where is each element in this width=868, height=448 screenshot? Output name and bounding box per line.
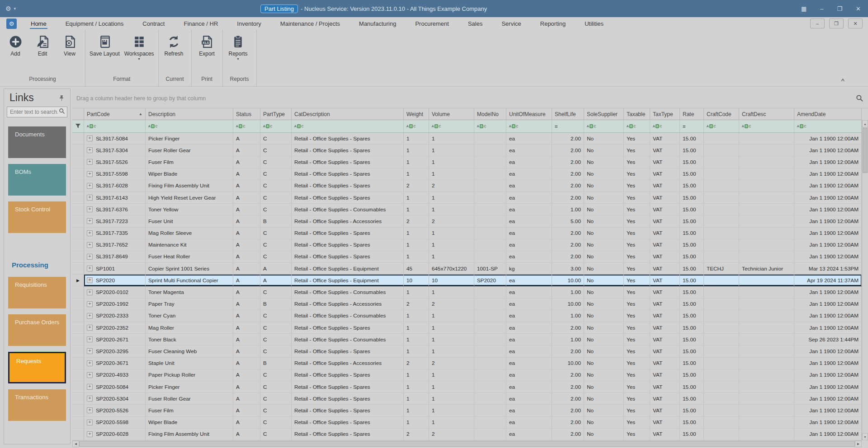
column-header-volume[interactable]: Volume	[429, 108, 474, 120]
column-header-craftcode[interactable]: CraftCode	[704, 108, 739, 120]
table-row[interactable]: +SL3917-7223Fuser UnitABRetail - Office …	[72, 215, 862, 227]
mdi-restore-button[interactable]: ❐	[829, 19, 844, 28]
column-header-catdescription[interactable]: CatDescription	[292, 108, 404, 120]
expand-icon[interactable]: +	[87, 348, 93, 354]
vertical-scrollbar[interactable]: ▲ ▼	[862, 120, 868, 440]
table-row[interactable]: +SL3917-6143High Yield Reset Lever GearA…	[72, 192, 862, 204]
expand-icon[interactable]: +	[87, 254, 93, 260]
expand-icon[interactable]: +	[87, 242, 93, 248]
filter-cell-solesupplier[interactable]: ABC	[584, 120, 624, 132]
column-header-weight[interactable]: Weight	[404, 108, 429, 120]
sidebar-item-boms[interactable]: BOMs	[8, 164, 66, 196]
table-row[interactable]: ▶+SP2020Sprint Multi Functional CopierAA…	[72, 275, 862, 286]
reports-button[interactable]: Reports▾	[225, 33, 252, 60]
mdi-minimize-button[interactable]: –	[810, 19, 825, 28]
expand-icon[interactable]: +	[87, 230, 93, 236]
table-row[interactable]: +SP2020-5304Fuser Roller GearACRetail - …	[72, 393, 862, 405]
table-row[interactable]: +SP2020-5526Fuser FilmACRetail - Office …	[72, 405, 862, 416]
table-row[interactable]: +SP2020-1992Paper TrayABRetail - Office …	[72, 299, 862, 310]
tab-utilities[interactable]: Utilities	[575, 17, 613, 30]
minimize-button[interactable]: –	[820, 5, 823, 12]
filter-cell-taxtype[interactable]: ABC	[650, 120, 680, 132]
expand-icon[interactable]: +	[87, 206, 93, 212]
filter-cell-amenddate[interactable]: ABC	[794, 120, 862, 132]
table-row[interactable]: +SL3917-6376Toner YellowACRetail - Offic…	[72, 204, 862, 215]
table-row[interactable]: +SP2020-0102Toner MagentaACRetail - Offi…	[72, 286, 862, 298]
expand-icon[interactable]: +	[87, 313, 93, 319]
tab-equipment-locations[interactable]: Equipment / Locations	[56, 17, 133, 30]
expand-icon[interactable]: +	[87, 277, 93, 283]
expand-icon[interactable]: +	[87, 183, 93, 189]
vertical-scroll-thumb[interactable]	[863, 128, 868, 173]
table-row[interactable]: +SP2020-2333Toner CyanACRetail - Office …	[72, 310, 862, 322]
table-row[interactable]: +SP2020-2671Toner BlackACRetail - Office…	[72, 334, 862, 345]
column-header-rate[interactable]: Rate	[680, 108, 704, 120]
table-row[interactable]: +SL3917-5526Fuser FilmACRetail - Office …	[72, 156, 862, 168]
column-header-taxtype[interactable]: TaxType	[650, 108, 680, 120]
tab-sales[interactable]: Sales	[458, 17, 492, 30]
filter-cell-parttype[interactable]: ABC	[260, 120, 292, 132]
tab-contract[interactable]: Contract	[133, 17, 174, 30]
table-row[interactable]: +SL3917-7335Mag Roller SleeveACRetail - …	[72, 228, 862, 239]
filter-cell-taxable[interactable]: ABC	[624, 120, 650, 132]
expand-icon[interactable]: +	[87, 195, 93, 201]
tab-manufacturing[interactable]: Manufacturing	[349, 17, 406, 30]
column-header-shelflife[interactable]: ShelfLife	[552, 108, 584, 120]
table-row[interactable]: +SP1001Copier Sprint 1001 SeriesAARetail…	[72, 263, 862, 275]
scroll-down-button[interactable]: ▼	[862, 433, 868, 440]
expand-icon[interactable]: +	[87, 360, 93, 366]
table-row[interactable]: +SL3917-5084Picker FingerACRetail - Offi…	[72, 133, 862, 145]
filter-cell-craftdesc[interactable]: ABC	[739, 120, 794, 132]
column-header-craftdesc[interactable]: CraftDesc	[739, 108, 794, 120]
tab-reporting[interactable]: Reporting	[531, 17, 575, 30]
filter-cell-shelflife[interactable]: =	[552, 120, 584, 132]
expand-icon[interactable]: +	[87, 266, 93, 271]
tab-procurement[interactable]: Procurement	[406, 17, 458, 30]
table-row[interactable]: +SP2020-6028Fixing Film Assembly UnitACR…	[72, 429, 862, 440]
expand-icon[interactable]: +	[87, 384, 93, 390]
export-button[interactable]: XLSExport	[193, 33, 221, 57]
pin-icon[interactable]	[59, 93, 65, 103]
table-row[interactable]: +SP2020-4933Paper Pickup RollerACRetail …	[72, 369, 862, 381]
expand-icon[interactable]: +	[87, 420, 93, 425]
expand-icon[interactable]: +	[87, 159, 93, 165]
scroll-up-button[interactable]: ▲	[862, 120, 868, 127]
scroll-left-button[interactable]: ◀	[72, 441, 79, 447]
filter-cell-rate[interactable]: =	[680, 120, 704, 132]
column-header-taxable[interactable]: Taxable	[624, 108, 650, 120]
horizontal-scrollbar[interactable]: ◀ ▶	[72, 440, 862, 447]
column-header-partcode[interactable]: PartCode▲	[84, 108, 146, 120]
table-row[interactable]: +SL3917-5598Wiper BladeACRetail - Office…	[72, 168, 862, 180]
column-header-status[interactable]: Status	[233, 108, 260, 120]
scroll-right-button[interactable]: ▶	[855, 441, 862, 447]
expand-icon[interactable]: +	[87, 171, 93, 177]
expand-icon[interactable]: +	[87, 325, 93, 331]
tab-service[interactable]: Service	[492, 17, 530, 30]
expand-icon[interactable]: +	[87, 431, 93, 437]
tab-maintenance-projects[interactable]: Maintenance / Projects	[271, 17, 349, 30]
titlebar-gear-icon[interactable]: ⚙	[5, 5, 11, 12]
filter-cell-unitofmeasure[interactable]: ABC	[506, 120, 552, 132]
tab-finance-hr[interactable]: Finance / HR	[174, 17, 227, 30]
expand-icon[interactable]: +	[87, 407, 93, 413]
table-row[interactable]: +SL3917-8649Fuser Heat RollerACRetail - …	[72, 251, 862, 263]
expand-icon[interactable]: +	[87, 336, 93, 342]
filter-cell-weight[interactable]: ABC	[404, 120, 429, 132]
group-by-panel[interactable]: Drag a column header here to group by th…	[72, 89, 868, 108]
filter-cell-modelno[interactable]: ABC	[474, 120, 506, 132]
column-header-unitofmeasure[interactable]: UnitOfMeasure	[506, 108, 552, 120]
table-row[interactable]: +SP2020-3295Fuser Cleaning WebACRetail -…	[72, 345, 862, 357]
save-layout-button[interactable]: Save Layout	[87, 33, 122, 57]
grid-search-icon[interactable]	[856, 94, 863, 103]
titlebar-menu-caret-icon[interactable]: ▾	[14, 6, 16, 11]
ribbon-collapse-icon[interactable]: ^	[841, 77, 844, 84]
expand-icon[interactable]: +	[87, 218, 93, 224]
sidebar-item-requests[interactable]: Requests	[8, 352, 66, 383]
sidebar-item-purchase-orders[interactable]: Purchase Orders	[8, 314, 66, 346]
search-input[interactable]	[9, 108, 59, 116]
search-icon[interactable]	[59, 108, 65, 116]
column-header-modelno[interactable]: ModelNo	[474, 108, 506, 120]
table-row[interactable]: +SP2020-3671Staple UnitABRetail - Office…	[72, 358, 862, 369]
column-header-solesupplier[interactable]: SoleSupplier	[584, 108, 624, 120]
filter-cell-partcode[interactable]: ABC	[84, 120, 146, 132]
